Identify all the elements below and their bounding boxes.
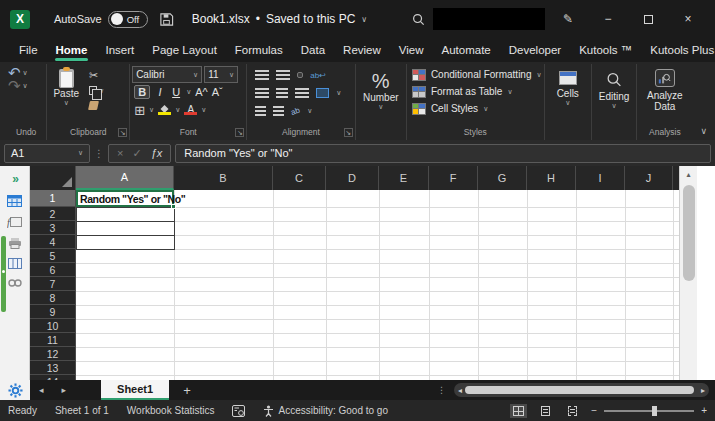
row-header-6[interactable]: 6	[30, 263, 76, 277]
ink-pen-icon[interactable]: ✎	[551, 6, 585, 32]
bottom-align-button[interactable]	[297, 72, 303, 78]
borders-dropdown[interactable]: ∨	[149, 106, 154, 114]
group-cells[interactable]: Cells ∨	[545, 64, 592, 140]
vertical-scroll-thumb[interactable]	[683, 185, 695, 281]
tab-kutools-plus[interactable]: Kutools Plus	[641, 40, 715, 61]
sidebar-columns-icon[interactable]	[6, 258, 23, 269]
column-header-e[interactable]: E	[379, 166, 429, 190]
tab-page-layout[interactable]: Page Layout	[143, 40, 226, 61]
vertical-scrollbar[interactable]: ▴	[679, 166, 697, 380]
borders-button[interactable]: ⊞	[134, 103, 145, 118]
excel-logo-icon[interactable]: X	[10, 10, 30, 29]
cell-styles-button[interactable]: Cell Styles ∨	[409, 100, 542, 117]
tabbar-splitter[interactable]: ⋮	[437, 385, 454, 395]
select-all-button[interactable]	[30, 166, 76, 190]
italic-button[interactable]: I	[154, 86, 166, 98]
search-icon[interactable]	[409, 10, 427, 28]
column-header-a[interactable]: A	[76, 166, 174, 190]
merge-center-button[interactable]	[316, 88, 329, 98]
tab-data[interactable]: Data	[292, 40, 334, 61]
column-header-b[interactable]: B	[174, 166, 273, 190]
tab-view[interactable]: View	[390, 40, 433, 61]
align-right-button[interactable]	[295, 88, 309, 98]
align-center-button[interactable]	[276, 88, 288, 98]
sidebar-expand-icon[interactable]: »	[6, 172, 23, 186]
copy-button[interactable]: ∨	[89, 84, 104, 97]
group-number[interactable]: % Number ∨	[356, 64, 407, 140]
column-header-i[interactable]: I	[576, 166, 625, 190]
workbook-statistics-button[interactable]: Workbook Statistics	[127, 405, 215, 416]
row-header-13[interactable]: 13	[30, 361, 76, 375]
horizontal-scrollbar[interactable]: ◂ ▸	[454, 383, 709, 397]
redo-button[interactable]: ↷ ∨	[8, 79, 44, 92]
row-header-9[interactable]: 9	[30, 305, 76, 319]
font-color-dropdown[interactable]: ∨	[201, 106, 206, 114]
formula-bar-splitter[interactable]: ⋮	[94, 148, 104, 159]
page-break-view-button[interactable]	[564, 404, 581, 418]
tab-insert[interactable]: Insert	[96, 40, 143, 61]
conditional-formatting-button[interactable]: Conditional Formatting ∨	[409, 66, 542, 83]
underline-dropdown[interactable]: ∨	[186, 88, 191, 96]
row-header-1[interactable]: 1	[30, 190, 76, 207]
close-button[interactable]: ×	[671, 6, 705, 32]
tab-home[interactable]: Home	[47, 40, 97, 61]
new-sheet-button[interactable]: +	[169, 383, 205, 398]
row-header-3[interactable]: 3	[30, 221, 76, 235]
paste-button[interactable]: Paste ∨	[49, 66, 83, 112]
row-header-12[interactable]: 12	[30, 347, 76, 361]
prev-sheet-button[interactable]: ◂	[30, 385, 53, 395]
font-name-select[interactable]: Calibri ∨	[132, 66, 202, 83]
tab-file[interactable]: File	[10, 40, 47, 61]
font-color-button[interactable]: A	[184, 106, 197, 115]
tab-formulas[interactable]: Formulas	[226, 40, 292, 61]
format-as-table-button[interactable]: Format as Table ∨	[409, 83, 542, 100]
column-header-f[interactable]: F	[429, 166, 478, 190]
save-icon[interactable]	[158, 10, 176, 28]
autosave-toggle[interactable]: Off	[108, 11, 148, 28]
accessibility-status[interactable]: Accessibility: Good to go	[263, 405, 388, 417]
align-left-button[interactable]	[255, 88, 269, 98]
tab-automate[interactable]: Automate	[433, 40, 500, 61]
wrap-text-button[interactable]: ab↩	[310, 71, 326, 80]
autosave-control[interactable]: AutoSave Off	[54, 11, 148, 28]
cancel-button[interactable]: ×	[117, 147, 123, 159]
row-header-5[interactable]: 5	[30, 249, 76, 263]
format-painter-button[interactable]	[89, 99, 104, 112]
zoom-in-button[interactable]: +	[701, 405, 707, 416]
cell-a2[interactable]	[76, 207, 175, 222]
tab-review[interactable]: Review	[334, 40, 390, 61]
row-header-11[interactable]: 11	[30, 333, 76, 347]
row-header-2[interactable]: 2	[30, 207, 76, 221]
column-header-d[interactable]: D	[326, 166, 379, 190]
sidebar-formula-icon[interactable]: f	[6, 216, 23, 228]
cells-area[interactable]: Random "Yes" or "No"	[76, 190, 697, 380]
decrease-indent-button[interactable]	[255, 106, 266, 116]
page-layout-view-button[interactable]	[537, 404, 554, 418]
macro-record-button[interactable]	[232, 405, 245, 417]
clipboard-dialog-launcher[interactable]: ↘	[118, 128, 127, 137]
horizontal-scroll-thumb[interactable]	[465, 386, 694, 394]
cell-a4[interactable]	[76, 235, 175, 250]
fill-color-dropdown[interactable]: ∨	[175, 106, 180, 114]
fill-handle[interactable]	[171, 204, 176, 209]
cut-button[interactable]: ✂	[89, 69, 104, 82]
name-box[interactable]: A1 ∨	[4, 144, 90, 163]
user-account-redacted[interactable]	[433, 8, 545, 30]
underline-button[interactable]: U	[170, 86, 182, 98]
collapse-ribbon-button[interactable]: ∨	[692, 126, 715, 140]
cell-a3[interactable]	[76, 221, 175, 236]
zoom-slider[interactable]	[604, 410, 694, 412]
font-dialog-launcher[interactable]: ↘	[235, 128, 244, 137]
maximize-button[interactable]	[631, 6, 665, 32]
sidebar-printer-icon[interactable]	[6, 237, 23, 249]
fill-color-button[interactable]	[158, 105, 171, 115]
scroll-right-icon[interactable]: ▸	[701, 386, 705, 395]
increase-indent-button[interactable]	[273, 106, 284, 116]
sheet-tab-sheet1[interactable]: Sheet1	[101, 380, 169, 400]
row-header-7[interactable]: 7	[30, 277, 76, 291]
column-header-j[interactable]: J	[625, 166, 673, 190]
enter-button[interactable]: ✓	[132, 147, 141, 160]
kutools-settings-button[interactable]	[0, 380, 30, 400]
active-cell-a1[interactable]: Random "Yes" or "No"	[76, 190, 174, 207]
row-header-8[interactable]: 8	[30, 291, 76, 305]
